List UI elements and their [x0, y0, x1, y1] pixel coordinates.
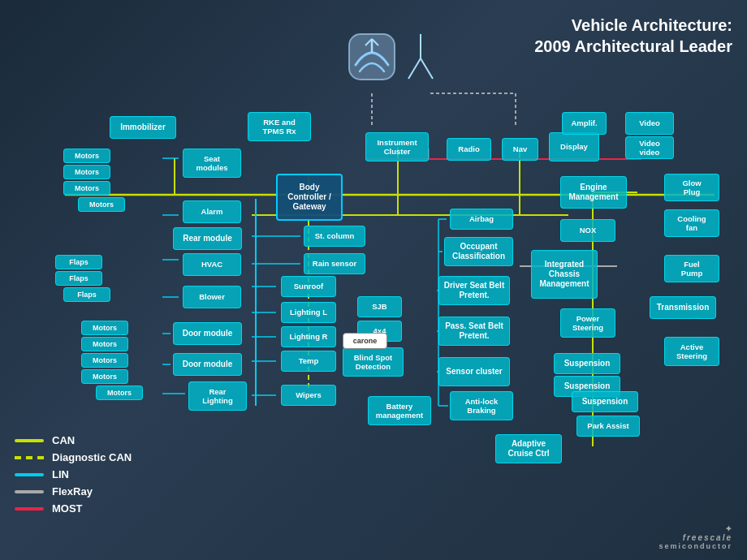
box-rke: RKE andTPMS Rx: [248, 112, 311, 141]
box-rear_lighting: RearLighting: [188, 381, 247, 411]
box-instrument: InstrumentCluster: [365, 132, 429, 162]
box-lighting_r: Lighting R: [281, 326, 336, 347]
carone-overlay: carone: [343, 333, 387, 349]
legend: CANDiagnostic CANLINFlexRayMOST: [15, 434, 132, 519]
legend-label: MOST: [52, 502, 83, 515]
box-antilock: Anti-lockBraking: [450, 391, 513, 420]
legend-label: LIN: [52, 468, 69, 480]
svg-line-47: [408, 58, 421, 79]
box-body_ctrl: BodyController /Gateway: [276, 174, 343, 221]
legend-item: FlexRay: [15, 485, 132, 498]
box-video1: Video: [625, 112, 674, 135]
legend-item: LIN: [15, 468, 132, 480]
box-st_column: St. column: [304, 226, 365, 247]
box-immobilizer: Immobilizer: [110, 116, 176, 139]
box-fuel: FuelPump: [664, 255, 719, 282]
motor-box-1: Motors: [63, 165, 110, 179]
box-sensor_cluster: Sensor cluster: [438, 357, 510, 386]
motor-box-7: Motors: [81, 369, 128, 384]
box-door1: Door module: [173, 322, 242, 345]
legend-item: MOST: [15, 502, 132, 515]
box-wipers: Wipers: [281, 385, 336, 406]
box-active_steering: ActiveSteering: [664, 337, 719, 366]
legend-item: Diagnostic CAN: [15, 451, 132, 463]
box-blind_spot: Blind SpotDetection: [343, 347, 404, 377]
box-driver_seat: Driver Seat BeltPretent.: [438, 276, 510, 305]
box-door2: Door module: [173, 353, 242, 376]
box-power_steering: PowerSteering: [560, 308, 615, 338]
motor-box-3: Motors: [78, 197, 125, 212]
motor-box-5: Motors: [81, 337, 128, 351]
box-nav: Nav: [502, 138, 538, 161]
motor-box-9: Flaps: [55, 255, 102, 269]
box-rear_module: Rear module: [173, 227, 242, 250]
legend-label: Diagnostic CAN: [52, 451, 132, 463]
page-title: Vehicle Architecture: 2009 Architectural…: [534, 15, 732, 57]
box-lighting_l: Lighting L: [281, 302, 336, 323]
box-alarm: Alarm: [183, 200, 241, 223]
legend-item: CAN: [15, 434, 132, 446]
box-display: Display: [549, 132, 599, 162]
box-blower: Blower: [183, 286, 241, 308]
box-suspension1: Suspension: [554, 353, 620, 374]
box-amplif: Amplif.: [562, 112, 607, 135]
box-transmission: Transmission: [650, 296, 716, 319]
box-engine: EngineManagement: [560, 176, 627, 209]
svg-line-48: [421, 58, 433, 79]
legend-label: CAN: [52, 434, 75, 446]
box-cooling: Coolingfan: [664, 209, 719, 237]
motor-box-4: Motors: [81, 321, 128, 335]
motor-box-10: Flaps: [55, 271, 102, 286]
box-temp: Temp: [281, 351, 336, 372]
motor-box-6: Motors: [81, 353, 128, 368]
motor-box-0: Motors: [63, 149, 110, 163]
box-suspension3: Suspension: [572, 391, 638, 412]
box-airbag: Airbag: [450, 209, 513, 230]
box-park_assist: Park Assist: [576, 416, 640, 437]
box-nox: NOX: [560, 219, 615, 242]
box-adaptive: AdaptiveCruise Ctrl: [495, 434, 562, 463]
box-sunroof: Sunroof: [281, 276, 336, 297]
box-sjb: SJB: [357, 296, 402, 317]
box-battery_mgmt: Batterymanagement: [368, 396, 431, 425]
box-video2: Videovideo: [625, 136, 674, 159]
box-integrated: IntegratedChassisManagement: [531, 250, 598, 299]
box-hvac: HVAC: [183, 253, 241, 276]
box-seat: Seatmodules: [183, 149, 241, 178]
box-occupant: OccupantClassification: [444, 237, 513, 266]
box-pass_seat: Pass. Seat BeltPretent.: [438, 317, 510, 346]
freescale-logo: ✦ freescale semiconductor: [658, 524, 732, 550]
legend-label: FlexRay: [52, 485, 93, 498]
motor-box-11: Flaps: [63, 287, 110, 302]
box-rain_sensor: Rain sensor: [304, 253, 365, 274]
box-glow: GlowPlug: [664, 174, 719, 201]
box-radio: Radio: [447, 138, 491, 161]
motor-box-2: Motors: [63, 181, 110, 196]
motor-box-8: Motors: [96, 386, 143, 400]
